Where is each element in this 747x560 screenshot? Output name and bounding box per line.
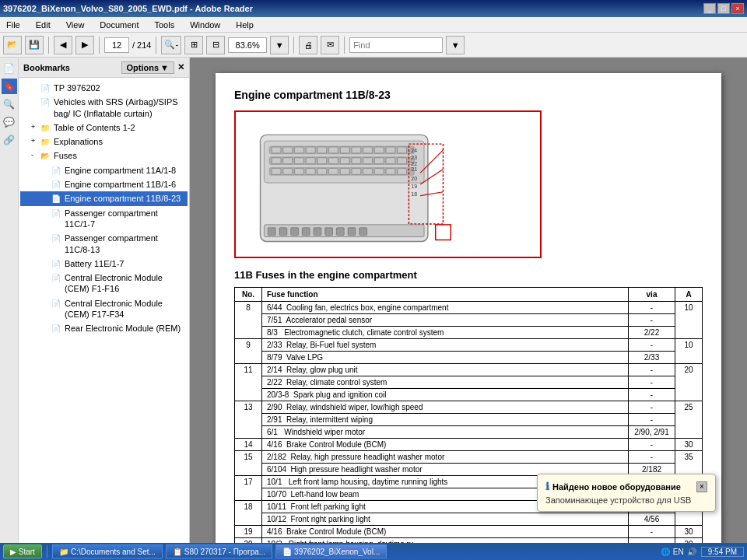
fuse-function: 8/79 Valve LPG: [262, 352, 629, 364]
fuse-function: 2/90 Relay, windshield wiper, low/high s…: [262, 401, 629, 414]
open-button[interactable]: 📂: [3, 36, 22, 54]
bookmark-panel-icon[interactable]: 🔖: [2, 79, 17, 94]
forward-button[interactable]: ▶: [75, 36, 94, 54]
app2-icon: 📄: [282, 548, 292, 556]
sidebar-close-button[interactable]: ✕: [177, 62, 184, 72]
sidebar-item-ec11b1[interactable]: 📄 Engine compartment 11B/1-6: [20, 177, 188, 191]
svg-text:18: 18: [411, 191, 417, 197]
page-separator: / 214: [132, 40, 151, 50]
fit-width-button[interactable]: ⊟: [206, 36, 225, 54]
svg-rect-56: [336, 228, 344, 236]
notification-popup: ℹ Найдено новое оборудование × Запоминаю…: [537, 474, 716, 512]
sidebar-item-pc11c[interactable]: 📄 Passenger compartment 11C/1-7: [20, 206, 188, 232]
menu-document[interactable]: Document: [96, 19, 142, 31]
email-button[interactable]: ✉: [321, 36, 339, 54]
sidebar-options-button[interactable]: Options ▼: [121, 61, 174, 74]
sidebar-item-explanations[interactable]: + 📁 Explanations: [20, 135, 188, 149]
fuse-no: 9: [235, 339, 262, 364]
network-icon: 🌐: [661, 548, 670, 556]
menu-view[interactable]: View: [63, 19, 88, 31]
sidebar-item-label: Battery 11E/1-7: [65, 258, 184, 269]
table-row: 19 4/16 Brake Control Module (BCM) - 30: [235, 526, 703, 538]
sidebar-item-rem[interactable]: 📄 Rear Electronic Module (REM): [20, 321, 188, 335]
svg-rect-31: [295, 168, 304, 174]
print-button[interactable]: 🖨: [299, 36, 317, 54]
svg-rect-35: [340, 168, 349, 174]
table-row: 7/51 Accelerator pedal sensor -: [235, 314, 703, 327]
sidebar-item-fuses[interactable]: - 📂 Fuses: [20, 149, 188, 163]
menu-window[interactable]: Window: [187, 19, 223, 31]
search-panel-icon[interactable]: 🔍: [2, 96, 17, 112]
fit-page-button[interactable]: ⊞: [184, 36, 203, 54]
svg-text:22: 22: [411, 161, 417, 166]
svg-text:20: 20: [411, 176, 417, 181]
sidebar-item-pc11c2[interactable]: 📄 Passenger compartment 11C/8-13: [20, 231, 188, 257]
sidebar-item-label: Central Electronic Module (CEM) F17-F34: [65, 298, 184, 320]
taskbar-app2-button[interactable]: 📄 3976202_BiXenon_Vol...: [275, 544, 387, 558]
menu-file[interactable]: File: [3, 19, 23, 31]
table-row: 9 2/33 Relay, Bi-Fuel fuel system - 10: [235, 339, 703, 352]
svg-rect-15: [386, 147, 395, 153]
svg-rect-12: [352, 147, 361, 153]
back-button[interactable]: ◀: [54, 36, 72, 54]
sidebar-item-ec11b[interactable]: 📄 Engine compartment 11B/8-23: [20, 191, 188, 205]
page-number-input[interactable]: [104, 37, 129, 53]
sidebar-item-ec11a[interactable]: 📄 Engine compartment 11A/1-8: [20, 163, 188, 177]
section-title: 11B Fuses in the engine compartment: [234, 269, 703, 281]
fuse-diagram-box: 24 23 22 21 20 19 18: [234, 110, 542, 258]
table-row: 2/22 Relay, climate control system -: [235, 376, 703, 389]
notification-header: ℹ Найдено новое оборудование ×: [545, 481, 707, 492]
sidebar-item-label: Vehicles with SRS (Airbag)/SIPS bag/ IC …: [54, 96, 184, 119]
svg-rect-25: [363, 158, 373, 164]
svg-rect-58: [359, 228, 367, 236]
fuse-function: 4/16 Brake Control Module (BCM): [262, 439, 629, 451]
sidebar-item-toc[interactable]: + 📁 Table of Contents 1-2: [20, 121, 188, 135]
sidebar-item-tp[interactable]: 📄 TP 3976202: [20, 81, 188, 95]
sidebar-item-label: Central Electronic Module (CEM) F1-F16: [65, 272, 184, 295]
fuse-function: 2/33 Relay, Bi-Fuel fuel system: [262, 339, 629, 352]
zoom-input[interactable]: [228, 37, 267, 53]
pdf-content-area[interactable]: Engine compartment 11B/8-23: [190, 58, 747, 543]
zoom-dropdown-button[interactable]: ▼: [270, 36, 289, 54]
svg-text:19: 19: [411, 184, 417, 189]
menu-help[interactable]: Help: [233, 19, 257, 31]
fuse-no: 13: [235, 401, 262, 439]
close-button[interactable]: ×: [731, 3, 744, 14]
taskbar-app1-button[interactable]: 📋 S80 270317 - Програ...: [166, 544, 272, 558]
link-panel-icon[interactable]: 🔗: [2, 132, 17, 148]
sidebar-item-bat[interactable]: 📄 Battery 11E/1-7: [20, 257, 188, 271]
table-row: 6/1 Windshield wiper motor 2/90, 2/91: [235, 426, 703, 439]
svg-rect-10: [329, 147, 338, 153]
svg-rect-26: [374, 158, 384, 164]
notification-close-button[interactable]: ×: [696, 481, 707, 492]
start-button[interactable]: ▶ Start: [3, 544, 42, 558]
save-button[interactable]: 💾: [25, 36, 44, 54]
find-dropdown-button[interactable]: ▼: [446, 36, 465, 54]
comment-panel-icon[interactable]: 💬: [2, 114, 17, 130]
fuse-function: 2/22 Relay, climate control system: [262, 376, 629, 389]
menu-tools[interactable]: Tools: [152, 19, 178, 31]
svg-rect-18: [283, 158, 293, 164]
menu-bar: File Edit View Document Tools Window Hel…: [0, 17, 747, 33]
maximize-button[interactable]: □: [717, 3, 730, 14]
zoom-out-button[interactable]: 🔍-: [161, 36, 181, 54]
find-input[interactable]: [349, 37, 443, 53]
menu-edit[interactable]: Edit: [33, 19, 54, 31]
svg-rect-39: [386, 168, 395, 174]
svg-rect-50: [268, 228, 275, 236]
minimize-button[interactable]: _: [703, 3, 716, 14]
svg-rect-22: [329, 158, 338, 164]
sidebar-item-cem1[interactable]: 📄 Central Electronic Module (CEM) F1-F16: [20, 271, 188, 296]
taskbar-folder-button[interactable]: 📁 C:\Documents and Set...: [52, 544, 163, 558]
table-row: 11 2/14 Relay, glow plug unit - 20: [235, 364, 703, 376]
sidebar-item-vehicles[interactable]: 📄 Vehicles with SRS (Airbag)/SIPS bag/ I…: [20, 95, 188, 121]
page-title: Engine compartment 11B/8-23: [234, 89, 703, 101]
svg-rect-54: [314, 228, 321, 236]
fuse-function: 6/44 Cooling fan, electrics box, engine …: [262, 302, 629, 314]
page-thumbnail-icon[interactable]: 📄: [2, 61, 17, 76]
fuse-function: 4/16 Brake Control Module (BCM): [262, 526, 629, 538]
sidebar-item-cem2[interactable]: 📄 Central Electronic Module (CEM) F17-F3…: [20, 296, 188, 322]
table-row: 14 4/16 Brake Control Module (BCM) - 30: [235, 439, 703, 451]
svg-rect-19: [295, 158, 304, 164]
sidebar-item-label: Rear Electronic Module (REM): [65, 323, 184, 334]
